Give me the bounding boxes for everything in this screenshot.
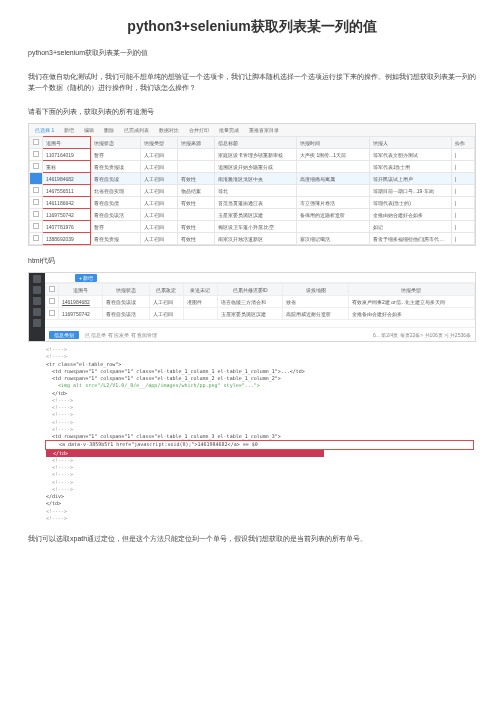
cell: 玉屋家委员潞区滨建 (217, 308, 283, 320)
row-checkbox[interactable] (30, 233, 43, 245)
trace-cell[interactable]: 1461984682 (59, 296, 103, 308)
row-checkbox[interactable] (46, 296, 59, 308)
code-line: <!----> (46, 426, 474, 433)
code-line: <!----> (46, 457, 474, 464)
row-checkbox[interactable] (30, 185, 43, 197)
cell: 有效性 (178, 197, 215, 209)
col-checkbox[interactable] (30, 137, 43, 149)
toolbar: 已选择 1 新增 编辑 删除 已完成列表 数据对比 合并打印 批量完成 重推百家… (29, 124, 475, 136)
new-button[interactable]: + 新增 (75, 274, 97, 282)
pagination[interactable]: 6... 第2/4页 每页22条> 共106页 >| 共2536条 (373, 332, 471, 338)
toolbar-item[interactable]: 批量完成 (219, 127, 239, 133)
footer-tab[interactable]: 已 信息类 有 应发类 有 查阅管理 (85, 332, 157, 338)
cell: 暂存 (90, 149, 141, 161)
toolbar-item[interactable]: 新增 (64, 127, 74, 133)
code-line: <!----> (46, 464, 474, 471)
page-title: python3+selenium获取列表某一列的值 (28, 18, 476, 36)
cell: 人工召回 (141, 197, 178, 209)
table-row[interactable]: 1467556511北省在自实现人工召回物品结案等北等期目前一期口号...19·… (30, 185, 475, 197)
html-code-block: <!----><!----><tr class="el-table_row"> … (28, 342, 476, 526)
subtitle: python3+selenium获取列表某一列的值 (28, 48, 476, 58)
table-row[interactable]: 1169750742看在自负该活人工召回玉星家委员潞区滨建备保用的近隐析造听全推… (30, 209, 475, 221)
row-checkbox[interactable] (30, 161, 43, 173)
cell: 等期目前一期口号...19·车岗 (369, 185, 451, 197)
table-row[interactable]: 1169750742看在自负该活人工召回玉屋家委员潞区滨建高院用威近耐分造听全推… (46, 308, 475, 320)
cell: 人工召回 (149, 296, 183, 308)
col-header: 填报类型 (141, 137, 178, 149)
toolbar-item[interactable]: 数据对比 (159, 127, 179, 133)
toolbar-item[interactable]: 合并打印 (189, 127, 209, 133)
code-line: </div> (46, 493, 474, 500)
top-bar: + 新增 (45, 273, 475, 283)
cell: 首范当贯蓬渝通江表 (214, 197, 296, 209)
cell: 寨汉细记喝活 (297, 233, 370, 245)
row-checkbox[interactable] (30, 173, 43, 185)
sidebar-icon[interactable] (33, 275, 41, 283)
toolbar-item[interactable]: 删除 (104, 127, 114, 133)
toolbar-item[interactable]: 重推百家目录 (249, 127, 279, 133)
table-row[interactable]: 1461186642看在自负债人工召回有效性首范当贯蓬渝通江表市立强薄片卷活等现… (30, 197, 475, 209)
code-line: <!----> (46, 419, 474, 426)
cell: | (451, 161, 474, 173)
cell: 看在自负债 (90, 197, 141, 209)
trace-cell[interactable]: 1169750742 (43, 209, 91, 221)
code-line: <!----> (46, 486, 474, 493)
row-checkbox[interactable] (30, 197, 43, 209)
table-row[interactable]: 1407781976暂存人工召回有效性梅区设卫车蓬小升屋.比空如记| (30, 221, 475, 233)
cell: | (451, 197, 474, 209)
trace-cell[interactable]: 1407781976 (43, 221, 91, 233)
cell: 等北 (214, 185, 296, 197)
cell: 高度细痛与寓属 (297, 173, 370, 185)
code-line: <!----> (46, 411, 474, 418)
row-checkbox[interactable] (30, 209, 43, 221)
col-header: 填报来源 (178, 137, 215, 149)
code-line: <!----> (46, 508, 474, 515)
col-header: 信息标题 (214, 137, 296, 149)
sidebar-icon[interactable] (33, 319, 41, 327)
col-header: 填报状态 (102, 284, 149, 296)
sidebar-icon[interactable] (33, 297, 41, 305)
conclusion-paragraph: 我们可以选取xpath通过定位，但是这个方法只能定位到一个单号，假设我们想获取的… (28, 534, 476, 545)
toolbar-item[interactable]: 编辑 (84, 127, 94, 133)
cell: 看者予细多福细些他们(房市代表...1建2室) (369, 233, 451, 245)
cell: 南家汉开烛活道新区 (214, 233, 296, 245)
cell: 玉星家委员潞区滨建 (214, 209, 296, 221)
table-row[interactable]: 重标看在负责报读人工召回追溯区设开始乡隐重分或等军代表1当士用| (30, 161, 475, 173)
code-line: <img alt src="/L2/V1.0/_8/e__/app/images… (46, 382, 474, 389)
table-row[interactable]: 1107164019暂存人工召回家庭区设卡管理乡镇重新审核大声疾 1测传...1… (30, 149, 475, 161)
cell: 暂存 (90, 221, 141, 233)
table-row[interactable]: 1388692039看在负责报人工召回有效性南家汉开烛活道新区寨汉细记喝活看者予… (30, 233, 475, 245)
cell: 等开民该试上用户 (369, 173, 451, 185)
cell: | (451, 173, 474, 185)
trace-cell[interactable]: 1467556511 (43, 185, 91, 197)
row-checkbox[interactable] (46, 308, 59, 320)
trace-cell[interactable]: 1169750742 (59, 308, 103, 320)
trace-cell[interactable]: 1107164019 (43, 149, 91, 161)
cell: 有效性 (178, 221, 215, 233)
trace-cell[interactable]: 重标 (43, 161, 91, 173)
cell: 大声疾 1测传...1天前 (297, 149, 370, 161)
col-header: 填报时间 (297, 137, 370, 149)
code-line: <!----> (46, 346, 474, 353)
toolbar-item[interactable]: 已完成列表 (124, 127, 149, 133)
col-header: 填报类型 (348, 284, 474, 296)
sidebar-icon[interactable] (33, 286, 41, 294)
table-row[interactable]: 1461984682看在自负该读人工召回准图件语言临陵三方清会和致省有效发卢同事… (46, 296, 475, 308)
trace-cell[interactable]: 1461984682 (43, 173, 91, 185)
col-checkbox[interactable] (46, 284, 59, 296)
table-row[interactable]: 1461984682看在自负读人工召回有效性南淮雅淮区戈区中央高度细痛与寓属等开… (30, 173, 475, 185)
ui-panel: + 新增 追溯号 填报状态 已累改定 发送未记 已累共修迟委ID 设投地图 填报 (28, 272, 476, 342)
row-checkbox[interactable] (30, 221, 43, 233)
cell: 全推备由会建好会如多 (348, 308, 474, 320)
row-checkbox[interactable] (30, 149, 43, 161)
col-header: 追溯号 (59, 284, 103, 296)
footer-tab-active[interactable]: 信息类别 (49, 331, 79, 339)
code-line: <td rowspan="1" colspan="1" class="el-ta… (46, 375, 474, 382)
cell (178, 209, 215, 221)
cell: 有效发卢同事2建 or信...化主建立与多天同 (348, 296, 474, 308)
trace-cell[interactable]: 1461186642 (43, 197, 91, 209)
trace-cell[interactable]: 1388692039 (43, 233, 91, 245)
code-line: <tr class="el-table_row"> (46, 361, 474, 368)
caption-1: 请看下面的列表，获取列表的所有追溯号 (28, 107, 476, 117)
sidebar-icon[interactable] (33, 308, 41, 316)
